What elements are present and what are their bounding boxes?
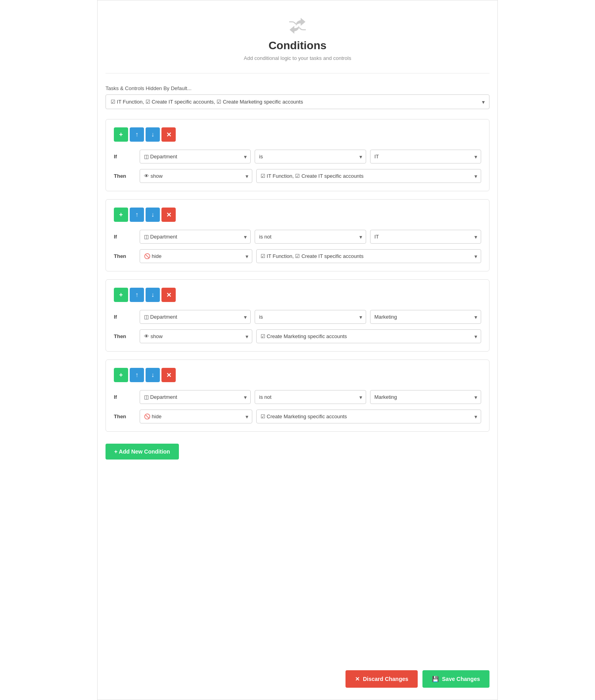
condition-2-if-row: If ◫ Department is is not IT Marketing <box>114 230 481 244</box>
condition-1-down-button[interactable]: ↓ <box>146 127 160 142</box>
condition-3-targets-wrapper: ☑ Create Marketing specific accounts <box>256 329 481 343</box>
page-subtitle: Add conditional logic to your tasks and … <box>106 55 489 61</box>
hidden-by-default-select[interactable]: ☑ IT Function, ☑ Create IT specific acco… <box>106 94 489 109</box>
condition-2-if-label: If <box>114 234 136 240</box>
condition-3-add-button[interactable]: + <box>114 288 128 302</box>
condition-3-then-label: Then <box>114 333 136 339</box>
condition-3-action-select[interactable]: 👁 show 🚫 hide <box>140 329 252 343</box>
condition-3-delete-button[interactable]: ✕ <box>161 288 176 302</box>
save-changes-button[interactable]: 💾 Save Changes <box>422 670 489 688</box>
discard-changes-button[interactable]: ✕ Discard Changes <box>345 670 418 688</box>
condition-1-up-button[interactable]: ↑ <box>130 127 144 142</box>
discard-label: Discard Changes <box>363 676 408 682</box>
condition-block-1: + ↑ ↓ ✕ If ◫ Department is is not IT <box>106 119 489 191</box>
discard-icon: ✕ <box>355 676 360 682</box>
page-wrapper: Conditions Add conditional logic to your… <box>97 0 498 700</box>
condition-2-operator-wrapper: is is not <box>255 230 366 244</box>
condition-2-down-button[interactable]: ↓ <box>146 208 160 222</box>
hidden-select-wrapper: ☑ IT Function, ☑ Create IT specific acco… <box>106 94 489 109</box>
condition-1-if-row: If ◫ Department is is not IT Marketing <box>114 150 481 163</box>
condition-2-value-select[interactable]: IT Marketing <box>370 230 481 244</box>
condition-1-delete-button[interactable]: ✕ <box>161 127 176 142</box>
condition-3-value-wrapper: IT Marketing <box>370 310 481 324</box>
condition-1-action-select[interactable]: 👁 show 🚫 hide <box>140 169 252 183</box>
condition-3-field-wrapper: ◫ Department <box>140 310 251 324</box>
condition-1-targets-wrapper: ☑ IT Function, ☑ Create IT specific acco… <box>256 169 481 183</box>
condition-2-add-button[interactable]: + <box>114 208 128 222</box>
hidden-section: Tasks & Controls Hidden By Default... ☑ … <box>106 85 489 109</box>
condition-3-then-row: Then 👁 show 🚫 hide ☑ Create Marketing sp… <box>114 329 481 343</box>
condition-1-add-button[interactable]: + <box>114 127 128 142</box>
save-icon: 💾 <box>432 676 439 682</box>
condition-4-then-label: Then <box>114 413 136 419</box>
condition-2-then-row: Then 👁 show 🚫 hide ☑ IT Function, ☑ Crea… <box>114 249 481 263</box>
page-title: Conditions <box>106 39 489 52</box>
condition-2-then-label: Then <box>114 253 136 259</box>
condition-2-field-select[interactable]: ◫ Department <box>140 230 251 244</box>
condition-3-operator-select[interactable]: is is not <box>255 310 366 324</box>
condition-3-if-row: If ◫ Department is is not IT Marketing <box>114 310 481 324</box>
condition-3-field-select[interactable]: ◫ Department <box>140 310 251 324</box>
condition-4-up-button[interactable]: ↑ <box>130 368 144 382</box>
condition-2-up-button[interactable]: ↑ <box>130 208 144 222</box>
condition-1-then-label: Then <box>114 173 136 179</box>
condition-4-operator-wrapper: is is not <box>255 390 366 404</box>
condition-1-action-wrapper: 👁 show 🚫 hide <box>140 169 252 183</box>
hidden-label: Tasks & Controls Hidden By Default... <box>106 85 489 91</box>
save-label: Save Changes <box>442 676 480 682</box>
condition-1-then-row: Then 👁 show 🚫 hide ☑ IT Function, ☑ Crea… <box>114 169 481 183</box>
footer-actions: ✕ Discard Changes 💾 Save Changes <box>345 670 489 688</box>
condition-4-targets-wrapper: ☑ Create Marketing specific accounts <box>256 410 481 423</box>
condition-3-value-select[interactable]: IT Marketing <box>370 310 481 324</box>
shuffle-icon <box>286 16 309 35</box>
condition-4-field-select[interactable]: ◫ Department <box>140 390 251 404</box>
condition-3-targets-select[interactable]: ☑ Create Marketing specific accounts <box>256 329 481 343</box>
condition-2-toolbar: + ↑ ↓ ✕ <box>114 208 481 222</box>
condition-2-field-wrapper: ◫ Department <box>140 230 251 244</box>
condition-3-if-label: If <box>114 314 136 320</box>
condition-4-if-label: If <box>114 394 136 400</box>
condition-2-operator-select[interactable]: is is not <box>255 230 366 244</box>
condition-4-toolbar: + ↑ ↓ ✕ <box>114 368 481 382</box>
condition-4-operator-select[interactable]: is is not <box>255 390 366 404</box>
condition-3-toolbar: + ↑ ↓ ✕ <box>114 288 481 302</box>
condition-4-value-wrapper: IT Marketing <box>370 390 481 404</box>
condition-block-3: + ↑ ↓ ✕ If ◫ Department is is not IT <box>106 279 489 352</box>
condition-1-if-label: If <box>114 154 136 160</box>
condition-3-action-wrapper: 👁 show 🚫 hide <box>140 329 252 343</box>
condition-1-field-wrapper: ◫ Department <box>140 150 251 163</box>
condition-4-field-wrapper: ◫ Department <box>140 390 251 404</box>
condition-4-delete-button[interactable]: ✕ <box>161 368 176 382</box>
condition-2-value-wrapper: IT Marketing <box>370 230 481 244</box>
condition-block-4: + ↑ ↓ ✕ If ◫ Department is is not IT <box>106 360 489 432</box>
condition-1-value-select[interactable]: IT Marketing <box>370 150 481 163</box>
condition-4-targets-select[interactable]: ☑ Create Marketing specific accounts <box>256 410 481 423</box>
condition-4-add-button[interactable]: + <box>114 368 128 382</box>
condition-1-operator-select[interactable]: is is not <box>255 150 366 163</box>
condition-4-down-button[interactable]: ↓ <box>146 368 160 382</box>
condition-4-then-row: Then 👁 show 🚫 hide ☑ Create Marketing sp… <box>114 410 481 423</box>
condition-2-action-select[interactable]: 👁 show 🚫 hide <box>140 249 252 263</box>
condition-4-value-select[interactable]: IT Marketing <box>370 390 481 404</box>
condition-1-targets-select[interactable]: ☑ IT Function, ☑ Create IT specific acco… <box>256 169 481 183</box>
condition-4-if-row: If ◫ Department is is not IT Marketing <box>114 390 481 404</box>
condition-2-delete-button[interactable]: ✕ <box>161 208 176 222</box>
condition-1-toolbar: + ↑ ↓ ✕ <box>114 127 481 142</box>
condition-2-targets-wrapper: ☑ IT Function, ☑ Create IT specific acco… <box>256 249 481 263</box>
condition-4-action-select[interactable]: 👁 show 🚫 hide <box>140 410 252 423</box>
condition-2-action-wrapper: 👁 show 🚫 hide <box>140 249 252 263</box>
condition-2-targets-select[interactable]: ☑ IT Function, ☑ Create IT specific acco… <box>256 249 481 263</box>
condition-1-operator-wrapper: is is not <box>255 150 366 163</box>
condition-1-field-select[interactable]: ◫ Department <box>140 150 251 163</box>
condition-3-up-button[interactable]: ↑ <box>130 288 144 302</box>
condition-3-down-button[interactable]: ↓ <box>146 288 160 302</box>
add-condition-button[interactable]: + Add New Condition <box>106 444 179 460</box>
header: Conditions Add conditional logic to your… <box>106 8 489 73</box>
condition-1-value-wrapper: IT Marketing <box>370 150 481 163</box>
condition-3-operator-wrapper: is is not <box>255 310 366 324</box>
condition-4-action-wrapper: 👁 show 🚫 hide <box>140 410 252 423</box>
condition-block-2: + ↑ ↓ ✕ If ◫ Department is is not IT <box>106 199 489 271</box>
